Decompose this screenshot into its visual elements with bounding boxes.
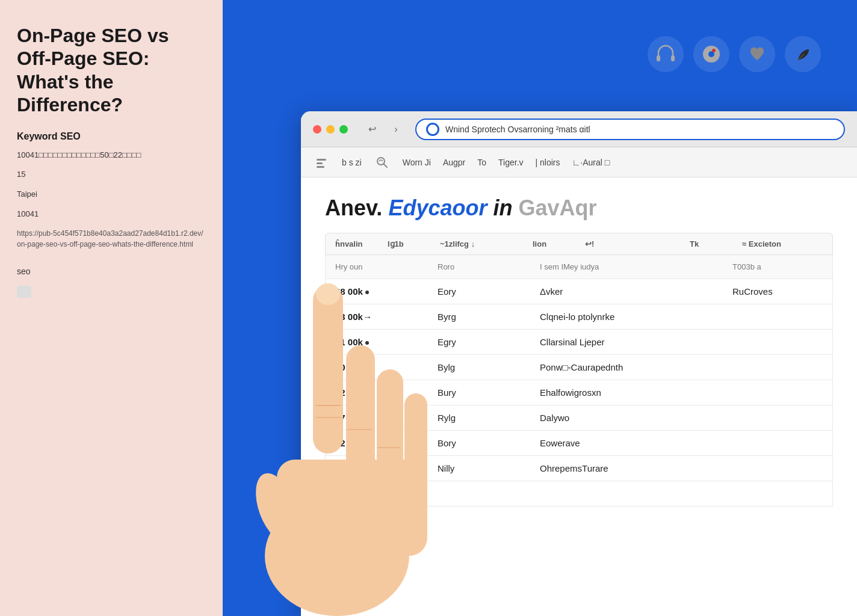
td-col1-3: 80 00k [335, 362, 425, 372]
main-area: ↩ › Wnind Sprotech Ovsarroning ²mats αit… [223, 0, 857, 616]
table-row[interactable]: 17 004 Rylg Dalywo [325, 405, 833, 431]
sub-isemimey: I sem IMey iudya [540, 262, 720, 271]
td-col1-7: S0 00k [335, 463, 425, 473]
td-col1-8: 8F 00k [335, 488, 425, 499]
icon-heart [739, 36, 775, 72]
title-part1: Anev. [325, 196, 388, 220]
address-bar[interactable]: Wnind Sprotech Ovsarroning ²mats αitl [415, 119, 845, 140]
toolbar-wormd[interactable]: Worn Ji [403, 158, 431, 167]
table-header: ĥnvalin lɡ1b ~1zlifcg ↓ lion ↩! Tk ≈ Exc… [325, 233, 833, 255]
td-col2-2: Egry [438, 337, 528, 347]
article-title: On-Page SEO vs Off-Page SEO: What's the … [17, 24, 206, 117]
td-col1-1: 13 00k→ [335, 312, 425, 322]
meta-city: Taipei [17, 188, 206, 201]
table-row[interactable]: 8F 00k [325, 481, 833, 507]
th-hnvalin[interactable]: ĥnvalin [335, 239, 376, 248]
th-1zlifcg[interactable]: ~1zlifcg ↓ [440, 239, 521, 248]
content-main-title: Anev. Edycaoor in GavAqr [325, 196, 833, 221]
maximize-dot[interactable] [339, 125, 348, 134]
th-arrow[interactable]: ↩! [585, 239, 625, 248]
sub-hryoun: Hry oun [335, 262, 425, 271]
td-col3-2: Cllarsinal Ljeper [540, 337, 720, 347]
toolbar-b-szi[interactable]: b s zi [342, 158, 362, 167]
td-col1-5: 17 004 [335, 413, 425, 423]
th-lion[interactable]: lion [533, 239, 573, 248]
td-col3-1: Clqnei-lo ptolynrke [540, 312, 720, 322]
title-part2: Edycaoor [388, 196, 487, 220]
sub-t003ba: T003b a [732, 262, 823, 271]
browser-window: ↩ › Wnind Sprotech Ovsarroning ²mats αit… [301, 111, 857, 616]
td-col3-3: Ponw□-Caurapednth [540, 362, 720, 372]
td-col4-0: RuCroves [732, 286, 823, 297]
icon-headphones [648, 36, 684, 72]
svg-rect-7 [317, 166, 324, 168]
address-text: Wnind Sprotech Ovsarroning ²mats αitl [445, 125, 834, 134]
traffic-lights [313, 125, 348, 134]
th-excieton[interactable]: ≈ Excieton [742, 239, 823, 248]
browser-topbar: ↩ › Wnind Sprotech Ovsarroning ²mats αit… [301, 111, 857, 147]
td-col2-1: Byrg [438, 312, 528, 322]
table-row[interactable]: 81 00k Egry Cllarsinal Ljeper [325, 330, 833, 355]
td-col3-7: OhrepemsTurare [540, 463, 720, 473]
td-col1-0: 68 00k [335, 286, 425, 297]
td-col2-7: Nilly [438, 463, 528, 473]
toolbar-tigerv[interactable]: Tiger.v [498, 158, 524, 167]
toolbar-augpr[interactable]: Augpr [443, 158, 465, 167]
td-col2-3: Bylg [438, 362, 528, 372]
meta-code: 10041 [17, 208, 206, 221]
meta-line1: 10041□□□□□□□□□□□□□50□22□□□□ [17, 149, 206, 162]
browser-logo [426, 123, 439, 136]
td-col3-0: Δvker [540, 286, 720, 297]
browser-content: Anev. Edycaoor in GavAqr ĥnvalin lɡ1b ~1… [301, 177, 857, 616]
category-label: Keyword SEO [17, 131, 206, 142]
td-col2-4: Bury [438, 387, 528, 398]
svg-rect-6 [317, 162, 323, 164]
td-col3-4: Ehalfowigrosxn [540, 387, 720, 398]
svg-point-4 [712, 49, 716, 52]
td-col2-0: Eory [438, 286, 528, 297]
svg-rect-5 [317, 159, 326, 161]
td-col3-5: Dalywo [540, 413, 720, 423]
back-button[interactable]: ↩ [362, 120, 382, 139]
th-lg1b[interactable]: lɡ1b [388, 239, 428, 248]
td-col1-2: 81 00k [335, 337, 425, 347]
table-row[interactable]: 80 00k Bylg Ponw□-Caurapednth [325, 355, 833, 380]
title-part3: in [487, 196, 512, 220]
td-col2-6: Bory [438, 438, 528, 448]
sub-roro: Roro [438, 262, 528, 271]
table-row[interactable]: S0 00k Nilly OhrepemsTurare [325, 456, 833, 481]
table-row[interactable]: 68 00k Eory Δvker RuCroves [325, 279, 833, 304]
table-subheader-row: Hry oun Roro I sem IMey iudya T003b a [325, 255, 833, 279]
svg-rect-0 [657, 55, 660, 61]
browser-nav: ↩ › [362, 120, 406, 139]
sidebar: On-Page SEO vs Off-Page SEO: What's the … [0, 0, 223, 616]
td-col1-4: 62 00k [335, 387, 425, 398]
icon-leaf [785, 36, 821, 72]
td-col2-5: Rylg [438, 413, 528, 423]
svg-line-9 [383, 164, 387, 167]
svg-point-11 [247, 467, 306, 547]
td-col3-6: Eowerave [540, 438, 720, 448]
toolbar-icon-clip[interactable] [313, 154, 330, 171]
tag-label: seo [17, 266, 206, 276]
table-row[interactable]: 13 00k→ Byrg Clqnei-lo ptolynrke [325, 304, 833, 330]
th-tk[interactable]: Tk [690, 239, 730, 248]
close-dot[interactable] [313, 125, 321, 134]
table-row[interactable]: 62 00k Bury Ehalfowigrosxn [325, 380, 833, 405]
svg-rect-1 [671, 55, 675, 61]
toolbar-icon-sq[interactable] [374, 154, 391, 171]
toolbar-aural[interactable]: ∟·Aural □ [572, 158, 610, 167]
icon-music [693, 36, 729, 72]
toolbar-te[interactable]: To [477, 158, 486, 167]
meta-line2: 15 [17, 168, 206, 181]
forward-button[interactable]: › [386, 120, 406, 139]
top-icons-area [648, 36, 821, 72]
toolbar-nloirs[interactable]: | nloirs [536, 158, 560, 167]
td-col1-6: 32 00k [335, 438, 425, 448]
article-url: https://pub-5c454f571b8e40a3a2aad27ade84… [17, 228, 206, 250]
minimize-dot[interactable] [326, 125, 335, 134]
tag-box [17, 286, 31, 298]
table-row[interactable]: 32 00k Bory Eowerave [325, 431, 833, 456]
browser-toolbar: b s zi Worn Ji Augpr To Tiger.v | nloirs… [301, 147, 857, 177]
title-part4: GavAqr [512, 196, 596, 220]
